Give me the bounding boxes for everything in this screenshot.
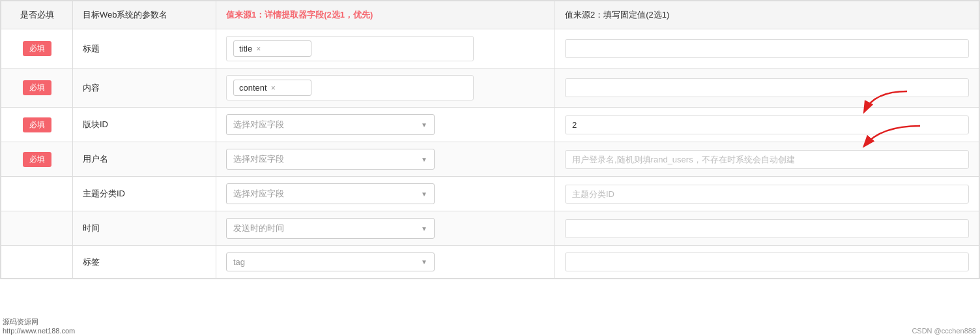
cell-required-2: 必填 (1, 108, 73, 142)
select-text-3: 选择对应字段 (233, 153, 284, 165)
tag-text-0: title (239, 44, 252, 53)
cell-source2-0[interactable] (555, 29, 979, 69)
header-required: 是否必填 (1, 1, 73, 29)
cell-param-name-4: 主题分类ID (73, 177, 216, 211)
header-source2: 值来源2：填写固定值(2选1) (555, 1, 979, 29)
source2-input-2[interactable] (565, 115, 969, 134)
cell-source1-3[interactable]: 选择对应字段▼ (216, 142, 555, 177)
header-param-name: 目标Web系统的参数名 (73, 1, 216, 29)
select-text-4: 选择对应字段 (233, 188, 284, 200)
cell-param-name-1: 内容 (73, 69, 216, 108)
select-text-2: 选择对应字段 (233, 119, 284, 130)
cell-source1-6[interactable]: tag▼ (216, 246, 555, 279)
cell-param-name-6: 标签 (73, 246, 216, 279)
header-source1: 值来源1：详情提取器字段(2选1，优先) (216, 1, 555, 29)
cell-source2-5[interactable] (555, 211, 979, 246)
select-source1-5[interactable]: 发送时的时间▼ (226, 218, 435, 239)
tag-1[interactable]: content× (233, 80, 311, 96)
source2-input-6[interactable] (565, 252, 969, 271)
cell-param-name-3: 用户名 (73, 142, 216, 177)
chevron-down-icon-2: ▼ (421, 121, 427, 129)
chevron-down-icon-5: ▼ (421, 225, 427, 232)
cell-required-1: 必填 (1, 69, 73, 108)
chevron-down-icon-4: ▼ (421, 191, 427, 198)
cell-source2-4[interactable] (555, 177, 979, 211)
cell-param-name-5: 时间 (73, 211, 216, 246)
source2-input-5[interactable] (565, 219, 969, 238)
chevron-down-icon-6: ▼ (421, 258, 427, 266)
cell-param-name-2: 版块ID (73, 108, 216, 142)
select-source1-6[interactable]: tag▼ (226, 252, 435, 271)
tag-remove-0[interactable]: × (256, 44, 261, 53)
cell-source1-0: title× (216, 29, 555, 69)
select-source1-4[interactable]: 选择对应字段▼ (226, 183, 435, 204)
cell-source1-2[interactable]: 选择对应字段▼ (216, 108, 555, 142)
badge-required-1: 必填 (23, 80, 51, 95)
cell-required-0: 必填 (1, 29, 73, 69)
cell-source2-1[interactable] (555, 69, 979, 108)
tag-0[interactable]: title× (233, 40, 311, 57)
source2-input-0[interactable] (565, 39, 969, 58)
cell-required-6 (1, 246, 73, 279)
badge-required-2: 必填 (23, 117, 51, 132)
chevron-down-icon-3: ▼ (421, 156, 427, 163)
badge-required-3: 必填 (23, 152, 51, 167)
cell-required-3: 必填 (1, 142, 73, 177)
source2-input-3[interactable] (565, 150, 969, 169)
select-text-6: tag (233, 257, 245, 267)
cell-required-5 (1, 211, 73, 246)
cell-source2-2[interactable] (555, 108, 979, 142)
select-source1-2[interactable]: 选择对应字段▼ (226, 114, 435, 135)
badge-required-0: 必填 (23, 41, 51, 56)
field-input-box-1[interactable]: content× (226, 75, 474, 100)
tag-text-1: content (239, 83, 267, 93)
cell-required-4 (1, 177, 73, 211)
select-source1-3[interactable]: 选择对应字段▼ (226, 149, 435, 170)
cell-param-name-0: 标题 (73, 29, 216, 69)
cell-source1-4[interactable]: 选择对应字段▼ (216, 177, 555, 211)
source2-input-4[interactable] (565, 185, 969, 204)
cell-source1-1: content× (216, 69, 555, 108)
cell-source2-6[interactable] (555, 246, 979, 279)
tag-remove-1[interactable]: × (271, 84, 276, 93)
cell-source2-3[interactable] (555, 142, 979, 177)
source2-input-1[interactable] (565, 78, 969, 97)
field-input-box-0[interactable]: title× (226, 36, 474, 61)
select-text-5: 发送时的时间 (233, 222, 284, 234)
cell-source1-5[interactable]: 发送时的时间▼ (216, 211, 555, 246)
